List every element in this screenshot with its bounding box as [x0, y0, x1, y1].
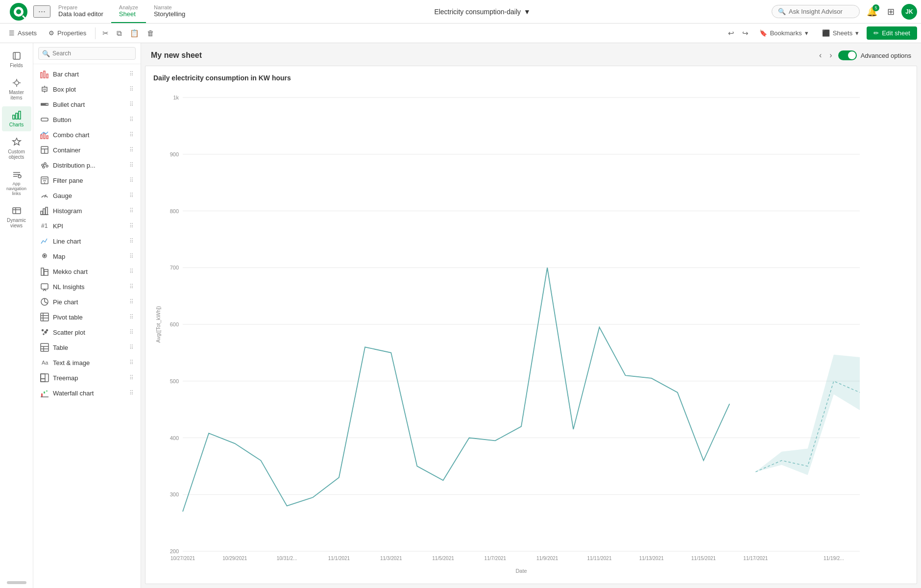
sidebar-item-app-nav[interactable]: App navigation links [2, 166, 31, 200]
prev-sheet-button[interactable]: ‹ [817, 49, 824, 62]
cut-button[interactable]: ✂ [99, 27, 112, 40]
svg-text:800: 800 [170, 208, 179, 214]
drag-handle-icon[interactable]: ⠿ [129, 238, 134, 245]
qlik-logo[interactable] [4, 0, 33, 23]
nav-prepare[interactable]: Prepare Data load editor [50, 0, 111, 23]
drag-handle-icon[interactable]: ⠿ [129, 222, 134, 229]
secondary-toolbar: ☰ Assets ⚙ Properties ✂ ⧉ 📋 🗑 ↩ ↪ 🔖 Book… [0, 24, 921, 43]
drag-handle-icon[interactable]: ⠿ [129, 314, 134, 320]
bookmarks-label: Bookmarks [770, 29, 802, 37]
svg-text:11/1/2021: 11/1/2021 [328, 556, 350, 561]
chart-item-combo-chart[interactable]: Combo chart ⠿ [35, 127, 139, 142]
chart-item-bullet-chart[interactable]: Bullet chart ⠿ [35, 97, 139, 112]
drag-handle-icon[interactable]: ⠿ [129, 192, 134, 199]
chart-item-scatter-plot[interactable]: Scatter plot ⠿ [35, 325, 139, 340]
sidebar-item-master-items[interactable]: Master items [2, 74, 31, 104]
paste-button[interactable]: 📋 [127, 27, 142, 40]
drag-handle-icon[interactable]: ⠿ [129, 71, 134, 77]
chart-item-kpi[interactable]: #1 KPI ⠿ [35, 219, 139, 233]
drag-handle-icon[interactable]: ⠿ [129, 86, 134, 93]
search-icon: 🔍 [42, 50, 50, 57]
svg-rect-67 [41, 374, 48, 382]
bottom-panel-btn[interactable] [7, 581, 26, 584]
bookmarks-button[interactable]: 🔖 Bookmarks ▾ [753, 27, 814, 39]
drag-handle-icon[interactable]: ⠿ [129, 268, 134, 275]
sidebar-item-dynamic-views[interactable]: Dynamic views [2, 202, 31, 232]
advanced-options-toggle[interactable]: Advanced options [838, 50, 911, 60]
svg-text:11/13/2021: 11/13/2021 [639, 556, 664, 561]
chart-item-pie-chart[interactable]: Pie chart ⠿ [35, 294, 139, 309]
notifications-button[interactable]: 🔔 5 [864, 3, 880, 20]
drag-handle-icon[interactable]: ⠿ [129, 177, 134, 184]
drag-handle-icon[interactable]: ⠿ [129, 283, 134, 290]
avatar[interactable]: JK [901, 4, 917, 20]
chart-item-box-plot[interactable]: Box plot ⠿ [35, 82, 139, 97]
chart-item-label: Aa Text & image [40, 358, 90, 367]
properties-tab[interactable]: ⚙ Properties [44, 24, 91, 43]
chart-item-treemap[interactable]: Treemap ⠿ [35, 370, 139, 385]
svg-point-58 [42, 330, 44, 331]
drag-handle-icon[interactable]: ⠿ [129, 253, 134, 260]
chart-item-table[interactable]: Table ⠿ [35, 340, 139, 355]
drag-handle-icon[interactable]: ⠿ [129, 116, 134, 123]
drag-handle-icon[interactable]: ⠿ [129, 374, 134, 381]
sidebar-item-custom-objects[interactable]: Custom objects [2, 133, 31, 164]
svg-point-48 [44, 255, 46, 257]
sidebar-item-charts[interactable]: Charts [2, 106, 31, 131]
insight-advisor-search[interactable]: 🔍 Ask Insight Advisor [772, 5, 860, 18]
chart-item-filter-pane[interactable]: Filter pane ⠿ [35, 173, 139, 188]
drag-handle-icon[interactable]: ⠿ [129, 101, 134, 108]
nl-icon [40, 282, 49, 291]
svg-rect-15 [13, 208, 21, 214]
app-title-button[interactable]: Electricity consumption-daily ▼ [428, 5, 536, 19]
drag-handle-icon[interactable]: ⠿ [129, 359, 134, 366]
next-sheet-button[interactable]: › [827, 49, 834, 62]
sidebar-item-fields[interactable]: Fields [2, 47, 31, 72]
chart-item-map[interactable]: Map ⠿ [35, 249, 139, 264]
undo-button[interactable]: ↩ [725, 27, 737, 40]
redo-button[interactable]: ↪ [739, 27, 751, 40]
drag-handle-icon[interactable]: ⠿ [129, 329, 134, 336]
svg-text:11/3/2021: 11/3/2021 [380, 556, 402, 561]
charts-search-input[interactable] [38, 47, 136, 60]
chart-item-mekko-chart[interactable]: Mekko chart ⠿ [35, 264, 139, 279]
drag-handle-icon[interactable]: ⠿ [129, 390, 134, 396]
mekko-icon [40, 267, 49, 276]
svg-rect-26 [41, 118, 48, 121]
chart-item-text-image[interactable]: Aa Text & image ⠿ [35, 355, 139, 370]
svg-rect-68 [41, 374, 45, 379]
chart-item-line-chart[interactable]: Line chart ⠿ [35, 234, 139, 248]
sheets-button[interactable]: ⬛ Sheets ▾ [816, 27, 865, 39]
copy-button[interactable]: ⧉ [114, 27, 125, 40]
drag-handle-icon[interactable]: ⠿ [129, 162, 134, 169]
chart-item-histogram[interactable]: Histogram ⠿ [35, 203, 139, 218]
grid-menu-button[interactable]: ⊞ [884, 3, 897, 20]
drag-handle-icon[interactable]: ⠿ [129, 207, 134, 214]
chart-item-waterfall-chart[interactable]: Waterfall chart ⠿ [35, 386, 139, 400]
drag-handle-icon[interactable]: ⠿ [129, 298, 134, 305]
delete-button[interactable]: 🗑 [144, 27, 157, 39]
drag-handle-icon[interactable]: ⠿ [129, 131, 134, 138]
assets-icon: ☰ [9, 29, 15, 37]
svg-rect-12 [16, 113, 18, 119]
drag-handle-icon[interactable]: ⠿ [129, 344, 134, 351]
chart-item-button[interactable]: Button ⠿ [35, 112, 139, 127]
text-icon: Aa [40, 358, 49, 367]
chart-item-gauge[interactable]: Gauge ⠿ [35, 188, 139, 203]
chart-item-container[interactable]: Container ⠿ [35, 143, 139, 157]
chart-item-bar-chart[interactable]: Bar chart ⠿ [35, 67, 139, 81]
svg-rect-42 [41, 211, 43, 215]
sheets-label: Sheets [833, 29, 852, 37]
chart-item-distribution-p[interactable]: Distribution p... ⠿ [35, 158, 139, 172]
nav-narrate[interactable]: Narrate Storytelling [146, 0, 193, 23]
filter-icon [40, 176, 49, 185]
more-menu-button[interactable]: ··· [33, 5, 50, 18]
nav-analyze[interactable]: Analyze Sheet [111, 0, 146, 23]
edit-sheet-button[interactable]: ✏ Edit sheet [867, 26, 917, 40]
chart-item-nl-insights[interactable]: NL Insights ⠿ [35, 279, 139, 294]
advanced-options-switch[interactable] [838, 50, 857, 60]
chart-item-pivot-table[interactable]: Pivot table ⠿ [35, 310, 139, 324]
assets-tab[interactable]: ☰ Assets [4, 24, 42, 43]
drag-handle-icon[interactable]: ⠿ [129, 147, 134, 153]
chevron-down-icon: ▼ [524, 8, 531, 16]
